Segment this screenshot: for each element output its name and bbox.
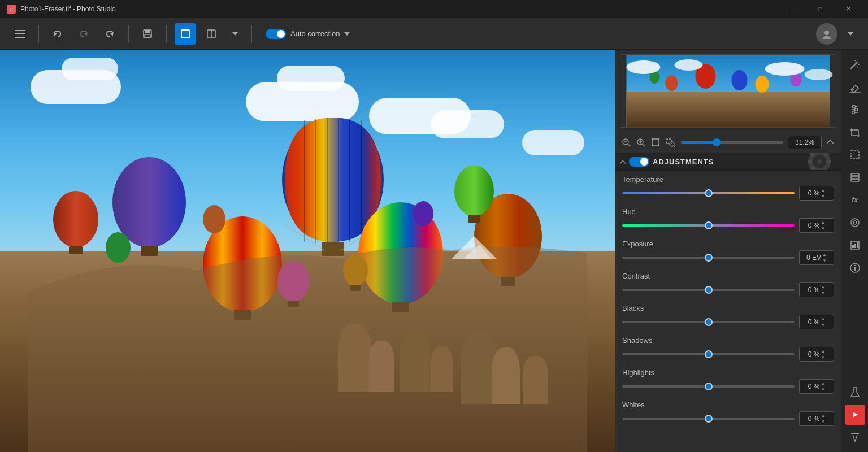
user-dropdown-button[interactable] [842, 29, 859, 39]
adjustments-title: ADJUSTMENTS [653, 158, 714, 166]
svg-rect-102 [851, 433, 859, 434]
svg-rect-9 [145, 30, 150, 33]
adj-increment-blacks[interactable]: ▲ [821, 316, 825, 322]
adj-slider-contrast[interactable] [622, 284, 795, 295]
adj-thumb-contrast[interactable] [705, 286, 713, 294]
adjustments-collapse-button[interactable] [620, 158, 626, 166]
adj-thumb-blacks[interactable] [705, 318, 713, 326]
adj-label-contrast: Contrast [622, 272, 834, 280]
svg-rect-36 [468, 215, 480, 223]
adj-decrement-exposure[interactable]: ▼ [822, 258, 827, 264]
info-button[interactable] [845, 258, 865, 278]
svg-line-66 [674, 146, 675, 147]
adj-increment-exposure[interactable]: ▲ [822, 252, 827, 258]
adj-slider-temperature[interactable] [622, 188, 795, 199]
svg-rect-90 [851, 173, 859, 176]
zoom-out-button[interactable] [620, 136, 632, 149]
adj-decrement-blacks[interactable]: ▼ [821, 323, 825, 328]
adj-thumb-whites[interactable] [705, 415, 713, 423]
close-button[interactable]: ✕ [835, 0, 861, 18]
zoom-slider-thumb[interactable] [713, 138, 721, 146]
auto-correction-dropdown-icon [344, 32, 350, 36]
adj-decrement-highlights[interactable]: ▼ [821, 387, 825, 393]
zoom-in-button[interactable] [635, 136, 647, 149]
auto-correction-button[interactable]: Auto correction [260, 25, 355, 42]
svg-rect-11 [181, 30, 189, 38]
redo-active-button[interactable] [99, 23, 120, 45]
adj-increment-shadows[interactable]: ▲ [821, 349, 825, 354]
magic-wand-button[interactable] [845, 54, 865, 75]
adj-decrement-whites[interactable]: ▼ [821, 419, 825, 425]
redo-inactive-button[interactable] [73, 23, 94, 45]
svg-rect-95 [854, 244, 856, 248]
adj-increment-contrast[interactable]: ▲ [821, 284, 825, 290]
layers-button[interactable] [845, 167, 865, 188]
minimize-button[interactable]: – [779, 0, 805, 18]
view-single-button[interactable] [175, 23, 196, 45]
adj-thumb-temperature[interactable] [705, 189, 713, 197]
eraser-button[interactable] [845, 77, 865, 97]
adj-slider-shadows[interactable] [622, 349, 795, 360]
svg-point-86 [852, 111, 854, 114]
svg-point-14 [824, 31, 829, 35]
adj-slider-whites[interactable] [622, 413, 795, 424]
adj-decrement-temperature[interactable]: ▼ [821, 194, 825, 199]
adj-thumb-shadows[interactable] [705, 350, 713, 358]
zoom-selection-button[interactable] [664, 136, 676, 149]
svg-rect-64 [667, 139, 671, 144]
top-tool-button[interactable] [845, 427, 865, 447]
menu-button[interactable] [9, 23, 31, 45]
effects-button[interactable]: fx [845, 190, 865, 210]
adj-thumb-hue[interactable] [705, 221, 713, 229]
adj-increment-whites[interactable]: ▲ [821, 413, 825, 419]
selection-button[interactable] [845, 145, 865, 165]
adj-value-highlights: 0 % ▲ ▼ [799, 379, 834, 394]
adj-increment-highlights[interactable]: ▲ [821, 381, 825, 386]
zoom-slider[interactable] [681, 141, 783, 144]
view-dropdown-button[interactable] [227, 29, 244, 39]
balloons-svg [0, 50, 615, 452]
view-split-button[interactable] [201, 23, 222, 45]
adj-slider-blacks[interactable] [622, 316, 795, 328]
adj-slider-hue[interactable] [622, 220, 795, 231]
adj-increment-temperature[interactable]: ▲ [821, 188, 825, 193]
svg-rect-26 [141, 246, 158, 256]
undo-button[interactable] [47, 23, 68, 45]
canvas-area[interactable] [0, 50, 615, 452]
svg-point-52 [627, 60, 661, 74]
flask-button[interactable] [845, 382, 865, 402]
adj-slider-highlights[interactable] [622, 381, 795, 392]
svg-point-53 [675, 59, 703, 71]
adjust-button[interactable] [845, 99, 865, 120]
adjustments-toggle[interactable] [629, 157, 649, 167]
adj-label-blacks: Blacks [622, 304, 834, 312]
svg-point-84 [854, 108, 857, 111]
zoom-input[interactable]: 31.2% [788, 136, 822, 149]
adj-decrement-contrast[interactable]: ▼ [821, 290, 825, 296]
adj-increment-hue[interactable]: ▲ [821, 220, 825, 225]
svg-point-27 [53, 191, 98, 247]
save-button[interactable] [137, 23, 158, 45]
svg-point-78 [855, 62, 857, 64]
adj-decrement-hue[interactable]: ▼ [821, 226, 825, 232]
svg-point-54 [765, 62, 805, 76]
separator-2 [128, 25, 129, 42]
adj-label-exposure: Exposure [622, 240, 834, 248]
svg-rect-72 [808, 160, 812, 163]
user-profile-button[interactable] [816, 23, 837, 45]
adj-thumb-exposure[interactable] [705, 254, 713, 262]
adj-decrement-shadows[interactable]: ▼ [821, 355, 825, 360]
adj-thumb-highlights[interactable] [705, 383, 713, 390]
window-controls: – □ ✕ [779, 0, 861, 18]
adj-value-exposure: 0 EV ▲ ▼ [799, 250, 834, 265]
fit-page-button[interactable] [649, 136, 662, 149]
panel-collapse-button[interactable] [824, 136, 836, 149]
crop-button[interactable] [845, 122, 865, 142]
healing-button[interactable] [845, 212, 865, 233]
histogram-button[interactable] [845, 235, 865, 255]
play-button[interactable] [845, 405, 865, 425]
adj-slider-exposure[interactable] [622, 252, 795, 263]
adj-value-whites: 0 % ▲ ▼ [799, 411, 834, 426]
maximize-button[interactable]: □ [807, 0, 833, 18]
svg-point-35 [454, 166, 494, 216]
